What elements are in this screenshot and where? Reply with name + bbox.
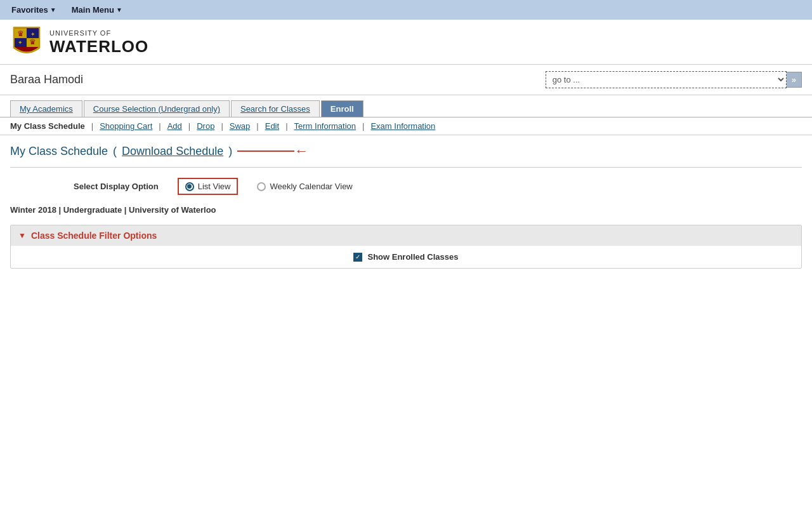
logo: ♛ ✦ ✦ ♛ UNIVERSITY OF WATERLOO [10,26,148,59]
page-title-text: My Class Schedule [10,145,108,158]
arrow-annotation: ← [237,143,308,159]
show-enrolled-label: Show Enrolled Classes [367,252,458,262]
svg-text:✦: ✦ [18,39,23,46]
user-name: Baraa Hamodi [10,73,83,86]
main-menu-arrow: ▼ [116,6,122,13]
weekly-calendar-option[interactable]: Weekly Calendar View [257,182,352,191]
header: ♛ ✦ ✦ ♛ UNIVERSITY OF WATERLOO [0,20,812,65]
tabs-container: My Academics Course Selection (Undergrad… [0,95,812,117]
goto-select[interactable]: go to ... [546,71,787,88]
favorites-arrow: ▼ [50,6,56,13]
filter-header[interactable]: ▼ Class Schedule Filter Options [11,225,801,246]
list-view-radio[interactable] [185,182,194,191]
subnav-edit[interactable]: Edit [260,121,284,131]
university-of-label: UNIVERSITY OF [49,29,148,37]
subnav-shopping-cart[interactable]: Shopping Cart [95,121,157,131]
download-schedule-link[interactable]: Download Schedule [122,145,223,158]
tab-search-for-classes[interactable]: Search for Classes [231,100,320,117]
page-content: My Class Schedule ( Download Schedule ) … [0,135,812,276]
filter-triangle-icon: ▼ [18,231,26,240]
weekly-calendar-radio[interactable] [257,182,266,191]
term-info: Winter 2018 | Undergraduate | University… [10,205,802,215]
filter-section: ▼ Class Schedule Filter Options ✓ Show E… [10,225,802,269]
goto-go-button[interactable]: » [787,72,802,88]
display-option-label: Select Display Option [74,182,159,191]
top-nav-bar: Favorites ▼ Main Menu ▼ [0,0,812,20]
goto-container: go to ... » [546,71,802,88]
page-divider [10,167,802,168]
weekly-calendar-label: Weekly Calendar View [270,182,352,191]
red-arrow-icon: ← [294,143,308,159]
tab-my-academics[interactable]: My Academics [10,100,82,117]
filter-title: Class Schedule Filter Options [31,231,157,241]
main-menu[interactable]: Main Menu ▼ [68,4,126,16]
tab-course-selection[interactable]: Course Selection (Undergrad only) [84,100,230,117]
sub-nav: My Class Schedule | Shopping Cart | Add … [0,117,812,135]
tab-enroll[interactable]: Enroll [321,100,363,117]
svg-text:♛: ♛ [29,37,36,46]
subnav-add[interactable]: Add [162,121,187,131]
filter-body: ✓ Show Enrolled Classes [11,246,801,268]
svg-text:✦: ✦ [30,31,36,37]
favorites-label: Favorites [11,5,48,15]
subnav-term-information[interactable]: Term Information [289,121,362,131]
show-enrolled-checkbox[interactable]: ✓ [353,253,362,262]
subnav-my-class-schedule: My Class Schedule [10,121,90,131]
favorites-menu[interactable]: Favorites ▼ [8,4,60,16]
list-view-label: List View [198,182,231,191]
shield-icon: ♛ ✦ ✦ ♛ [10,26,43,59]
waterloo-label: WATERLOO [49,37,148,57]
title-close-paren: ) [228,145,232,158]
display-options: Select Display Option List View Weekly C… [10,178,802,195]
user-section: Baraa Hamodi go to ... » [0,65,812,95]
subnav-drop[interactable]: Drop [192,121,219,131]
title-open-paren: ( [113,145,117,158]
list-view-option[interactable]: List View [178,178,239,195]
subnav-exam-information[interactable]: Exam Information [365,121,440,131]
page-title-area: My Class Schedule ( Download Schedule ) … [10,143,802,159]
main-menu-label: Main Menu [72,5,114,15]
svg-text:♛: ♛ [17,29,24,38]
logo-text: UNIVERSITY OF WATERLOO [49,29,148,57]
red-line [237,150,294,152]
subnav-swap[interactable]: Swap [225,121,256,131]
